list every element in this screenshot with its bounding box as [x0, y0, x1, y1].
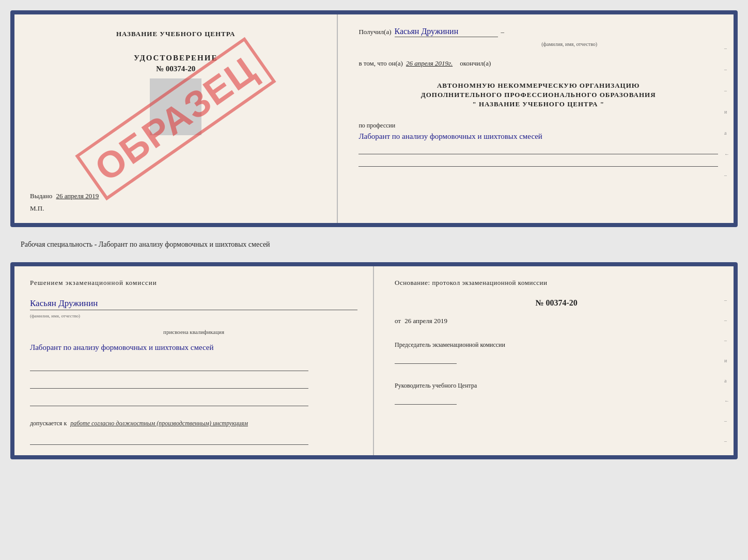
qual-underline-1: [30, 362, 308, 371]
middle-text: Рабочая специальность - Лаборант по анал…: [10, 235, 738, 254]
date-value: 26 апреля 2019г.: [406, 59, 453, 68]
received-prefix: Получил(а): [359, 28, 391, 36]
decision-label: Решением экзаменационной комиссии: [30, 279, 357, 287]
director-block: Руководитель учебного Центра: [395, 381, 718, 405]
cert-label: УДОСТОВЕРЕНИЕ: [30, 54, 321, 62]
allowed-block: допускается к работе согласно должностны…: [30, 420, 357, 427]
underline-1: [359, 144, 718, 154]
received-name: Касьян Дружинин: [395, 27, 498, 37]
profession-value: Лаборант по анализу формовочных и шихтов…: [359, 131, 718, 142]
top-doc-left: НАЗВАНИЕ УЧЕБНОГО ЦЕНТРА УДОСТОВЕРЕНИЕ №…: [14, 14, 338, 223]
top-doc-right: Получил(а) Касьян Дружинин – (фамилия, и…: [338, 14, 734, 223]
name-sublabel-bottom: (фамилия, имя, отчество): [30, 313, 80, 318]
protocol-date-value: 26 апреля 2019: [404, 317, 447, 325]
profession-block: по профессии Лаборант по анализу формово…: [359, 122, 718, 167]
bottom-doc-right: Основание: протокол экзаменационной коми…: [374, 266, 734, 455]
org-line1: АВТОНОМНУЮ НЕКОММЕРЧЕСКУЮ ОРГАНИЗАЦИЮ: [359, 81, 718, 90]
protocol-date-prefix: от: [395, 317, 401, 325]
allowed-prefix: допускается к: [30, 420, 67, 427]
allowed-underline: [30, 436, 308, 445]
qualification: Лаборант по анализу формовочных и шихтов…: [30, 341, 357, 354]
date-field: в том, что он(а) 26 апреля 2019г. окончи…: [359, 59, 718, 68]
underline-2: [359, 156, 718, 167]
director-signature-line: [395, 394, 457, 405]
basis-title: Основание: протокол экзаменационной коми…: [395, 279, 718, 287]
org-block: АВТОНОМНУЮ НЕКОММЕРЧЕСКУЮ ОРГАНИЗАЦИЮ ДО…: [359, 81, 718, 109]
page-container: НАЗВАНИЕ УЧЕБНОГО ЦЕНТРА УДОСТОВЕРЕНИЕ №…: [10, 10, 738, 459]
bottom-doc-left: Решением экзаменационной комиссии Касьян…: [14, 266, 374, 455]
top-center-title: НАЗВАНИЕ УЧЕБНОГО ЦЕНТРА: [30, 30, 321, 38]
right-margin-marks-top: – – – и а ← –: [724, 45, 729, 178]
org-line2: ДОПОЛНИТЕЛЬНОГО ПРОФЕССИОНАЛЬНОГО ОБРАЗО…: [359, 90, 718, 100]
qual-underline-2: [30, 379, 308, 389]
photo-placeholder: [150, 78, 201, 135]
allowed-text: работе согласно должностным (производств…: [70, 420, 248, 427]
issued-date: 26 апреля 2019: [56, 192, 99, 200]
completed-suffix: окончил(а): [460, 59, 491, 68]
issued-line: Выдано 26 апреля 2019: [30, 182, 321, 200]
assigned-label: присвоена квалификация: [30, 329, 357, 335]
date-prefix: в том, что он(а): [359, 59, 403, 68]
qual-underline-3: [30, 397, 308, 406]
chairman-block: Председатель экзаменационной комиссии: [395, 341, 718, 364]
top-document-card: НАЗВАНИЕ УЧЕБНОГО ЦЕНТРА УДОСТОВЕРЕНИЕ №…: [10, 10, 738, 227]
org-name: " НАЗВАНИЕ УЧЕБНОГО ЦЕНТРА ": [359, 100, 718, 109]
chairman-signature-line: [395, 354, 457, 364]
person-name: Касьян Дружинин: [30, 298, 357, 310]
profession-label: по профессии: [359, 122, 718, 130]
protocol-number: № 00374-20: [395, 298, 718, 308]
person-name-block: Касьян Дружинин (фамилия, имя, отчество): [30, 296, 357, 319]
received-field: Получил(а) Касьян Дружинин –: [359, 27, 718, 37]
name-sublabel-top: (фамилия, имя, отчество): [420, 41, 718, 47]
issued-prefix: Выдано: [30, 192, 52, 200]
cert-number: № 00374-20: [30, 65, 321, 73]
chairman-label: Председатель экзаменационной комиссии: [395, 341, 718, 349]
right-margin-marks-bottom: – – – и а ← – –: [724, 297, 729, 444]
director-label: Руководитель учебного Центра: [395, 381, 718, 390]
protocol-date: от 26 апреля 2019: [395, 317, 718, 325]
mp-line: М.П.: [30, 204, 321, 213]
bottom-document-card: Решением экзаменационной комиссии Касьян…: [10, 262, 738, 459]
